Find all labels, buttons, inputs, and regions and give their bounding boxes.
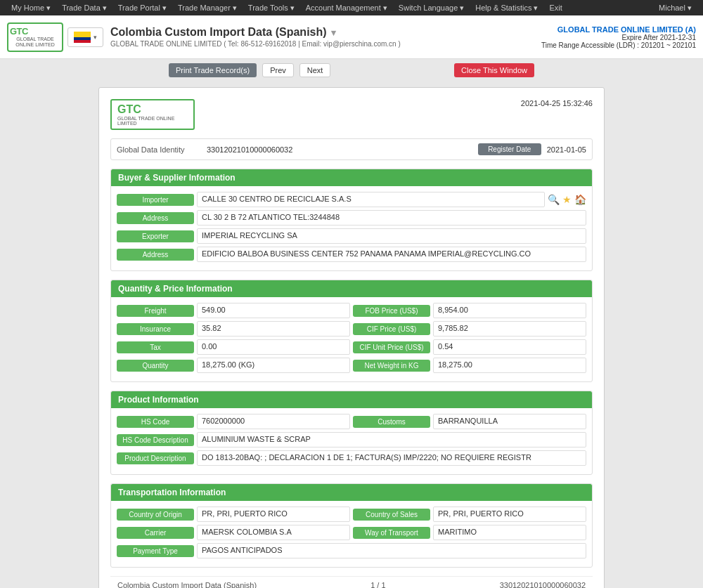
customs-value: BARRANQUILLA [433, 414, 586, 429]
quantity-price-header: Quantity & Price Information [111, 280, 592, 297]
productdesc-row: Product Description DO 1813-20BAQ: ; DEC… [117, 450, 586, 466]
transportation-header: Transportation Information [111, 484, 592, 501]
insurance-value: 35.82 [197, 321, 350, 337]
cifunit-value: 0.54 [433, 339, 586, 355]
nav-user[interactable]: Michael ▾ [653, 4, 697, 13]
netweight-label: Net Weight in KG [353, 360, 430, 372]
tax-label: Tax [117, 341, 194, 353]
nav-exit[interactable]: Exit [543, 4, 567, 12]
sales-value: PR, PRI, PUERTO RICO [433, 507, 586, 522]
logo-title: GTC [10, 26, 60, 37]
hsdesc-label: HS Code Description [117, 434, 194, 446]
record-footer-title: Colombia Custom Import Data (Spanish) [117, 581, 257, 588]
cif-label: CIF Price (US$) [353, 323, 430, 335]
card-logo-title: GTC [117, 103, 188, 116]
page-title: Colombia Custom Import Data (Spanish) ▾ [110, 26, 541, 39]
transport-group: Way of Transport MARITIMO [353, 525, 586, 540]
record-footer-id: 33012021010000060032 [500, 581, 586, 588]
tax-value: 0.00 [197, 339, 350, 355]
identity-label: Global Data Identity [117, 145, 201, 154]
fob-group: FOB Price (US$) 8,954.00 [353, 303, 586, 318]
nav-trade-tools[interactable]: Trade Tools ▾ [243, 4, 300, 13]
carrier-transport-row: Carrier MAERSK COLOMBIA S.A Way of Trans… [117, 525, 586, 540]
quantity-group: Quantity 18,275.00 (KG) [117, 358, 350, 373]
logo-box: GTC GLOBAL TRADE ONLINE LIMITED [7, 22, 63, 52]
transport-label: Way of Transport [353, 527, 430, 539]
freight-group: Freight 549.00 [117, 303, 350, 318]
carrier-group: Carrier MAERSK COLOMBIA S.A [117, 525, 350, 540]
colombia-flag [74, 32, 91, 43]
productdesc-value: DO 1813-20BAQ: ; DECLARACION 1 DE 1; FAC… [197, 450, 586, 466]
sales-label: Country of Sales [353, 509, 430, 521]
importer-label: Importer [117, 194, 194, 206]
next-button[interactable]: Next [299, 63, 331, 77]
search-icon[interactable]: 🔍 [548, 194, 560, 205]
exporter-address-label: Address [117, 249, 194, 261]
logo-subtitle: GLOBAL TRADE ONLINE LIMITED [10, 37, 60, 48]
register-date-value: 2021-01-05 [547, 145, 586, 154]
flag-chevron: ▾ [93, 34, 97, 41]
nav-help-statistics[interactable]: Help & Statistics ▾ [470, 4, 543, 13]
insurance-cif-row: Insurance 35.82 CIF Price (US$) 9,785.82 [117, 321, 586, 337]
top-toolbar: Print Trade Record(s) Prev Next Close Th… [0, 59, 703, 81]
title-area: Colombia Custom Import Data (Spanish) ▾ … [103, 26, 541, 48]
header-right: GLOBAL TRADE ONLINE LIMITED (A) Expire A… [541, 25, 696, 49]
nav-trade-data[interactable]: Trade Data ▾ [56, 4, 112, 13]
cif-group: CIF Price (US$) 9,785.82 [353, 321, 586, 337]
main-card: GTC GLOBAL TRADE ONLINE LIMITED 2021-04-… [98, 87, 605, 588]
tax-cifunit-row: Tax 0.00 CIF Unit Price (US$) 0.54 [117, 339, 586, 355]
top-nav: My Home ▾ Trade Data ▾ Trade Portal ▾ Tr… [0, 0, 703, 15]
flag-selector[interactable]: ▾ [67, 27, 103, 47]
nav-trade-portal[interactable]: Trade Portal ▾ [112, 4, 172, 13]
productdesc-label: Product Description [117, 452, 194, 464]
prev-button[interactable]: Prev [262, 63, 294, 77]
nav-account-management[interactable]: Account Management ▾ [300, 4, 393, 13]
home-icon[interactable]: 🏠 [574, 194, 586, 205]
print-button[interactable]: Print Trade Record(s) [169, 63, 257, 77]
quantity-price-section: Quantity & Price Information Freight 549… [110, 280, 593, 382]
hscode-customs-row: HS Code 7602000000 Customs BARRANQUILLA [117, 414, 586, 429]
cif-value: 9,785.82 [433, 321, 586, 337]
exporter-value: IMPERIAL RECYCLING SA [197, 228, 586, 244]
star-icon[interactable]: ★ [562, 194, 572, 205]
transportation-body: Country of Origin PR, PRI, PUERTO RICO C… [111, 501, 592, 567]
payment-label: Payment Type [117, 545, 194, 557]
importer-address-label: Address [117, 212, 194, 224]
quantity-label: Quantity [117, 360, 194, 372]
quantity-price-body: Freight 549.00 FOB Price (US$) 8,954.00 … [111, 297, 592, 381]
register-date-button[interactable]: Register Date [478, 143, 541, 155]
payment-value: PAGOS ANTICIPADOS [197, 543, 586, 558]
nav-switch-language[interactable]: Switch Language ▾ [393, 4, 470, 13]
customs-label: Customs [353, 416, 430, 428]
netweight-value: 18,275.00 [433, 358, 586, 373]
origin-value: PR, PRI, PUERTO RICO [197, 507, 350, 522]
close-window-button-top[interactable]: Close This Window [454, 63, 534, 77]
identity-value: 33012021010000060032 [207, 145, 472, 154]
exporter-address-value: EDIFICIO BALBOA BUSINESS CENTER 752 PANA… [197, 247, 586, 262]
cifunit-group: CIF Unit Price (US$) 0.54 [353, 339, 586, 355]
freight-label: Freight [117, 305, 194, 317]
card-logo: GTC GLOBAL TRADE ONLINE LIMITED [110, 99, 195, 130]
cifunit-label: CIF Unit Price (US$) [353, 341, 430, 353]
card-header: GTC GLOBAL TRADE ONLINE LIMITED 2021-04-… [110, 99, 593, 130]
expire-date: Expire After 2021-12-31 [541, 34, 696, 41]
nav-my-home[interactable]: My Home ▾ [6, 4, 56, 13]
header-bar: GTC GLOBAL TRADE ONLINE LIMITED ▾ Colomb… [0, 15, 703, 59]
freight-value: 549.00 [197, 303, 350, 318]
importer-icons: 🔍 ★ 🏠 [548, 194, 586, 205]
title-arrow: ▾ [331, 27, 336, 38]
buyer-supplier-header: Buyer & Supplier Information [111, 169, 592, 186]
company-name: GLOBAL TRADE ONLINE LIMITED (A) [541, 25, 696, 34]
customs-group: Customs BARRANQUILLA [353, 414, 586, 429]
nav-trade-manager[interactable]: Trade Manager ▾ [172, 4, 243, 13]
product-info-header: Product Information [111, 391, 592, 408]
exporter-label: Exporter [117, 230, 194, 242]
origin-label: Country of Origin [117, 509, 194, 521]
quantity-netweight-row: Quantity 18,275.00 (KG) Net Weight in KG… [117, 358, 586, 373]
record-footer: Colombia Custom Import Data (Spanish) 1 … [110, 576, 593, 588]
tax-group: Tax 0.00 [117, 339, 350, 355]
transport-value: MARITIMO [433, 525, 586, 540]
buyer-supplier-section: Buyer & Supplier Information Importer CA… [110, 169, 593, 271]
hsdesc-value: ALUMINIUM WASTE & SCRAP [197, 432, 586, 447]
product-info-section: Product Information HS Code 7602000000 C… [110, 391, 593, 475]
